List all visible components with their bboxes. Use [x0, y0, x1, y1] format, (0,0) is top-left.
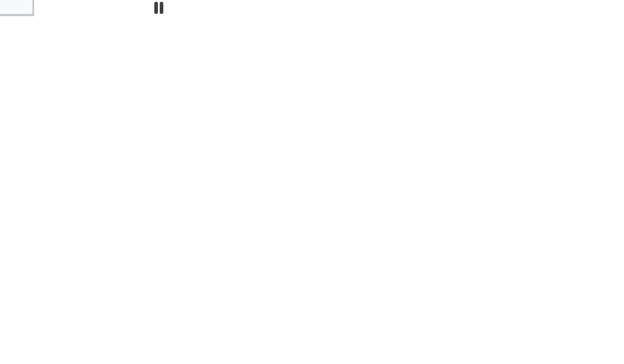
select-all-corner[interactable] — [0, 0, 34, 16]
spreadsheet — [0, 0, 624, 364]
drag-bar-icon — [160, 2, 163, 14]
column-header-row — [0, 0, 624, 16]
column-drag-handle[interactable] — [154, 2, 163, 14]
drag-bar-icon — [154, 2, 158, 14]
selection-border — [34, 18, 624, 35]
